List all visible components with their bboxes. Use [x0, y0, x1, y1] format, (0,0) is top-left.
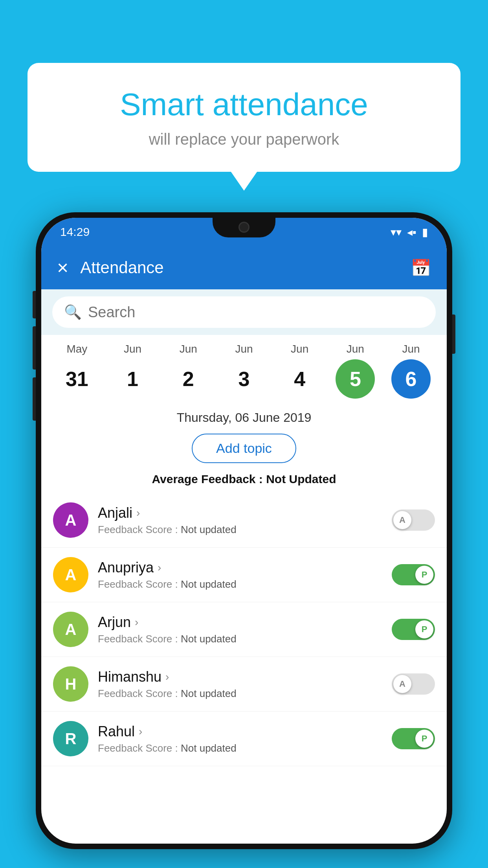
toggle-knob: P: [415, 730, 433, 748]
calendar-month-label: Jun: [124, 343, 141, 355]
calendar-month-label: Jun: [180, 343, 197, 355]
student-feedback: Feedback Score : Not updated: [98, 578, 385, 590]
front-camera: [238, 222, 250, 233]
selected-date-label: Thursday, 06 June 2019: [41, 403, 447, 428]
toggle-knob: P: [415, 620, 433, 638]
student-info: Himanshu ›Feedback Score : Not updated: [98, 669, 385, 700]
calendar-month-label: Jun: [402, 343, 420, 355]
student-name: Arjun ›: [98, 614, 385, 631]
student-feedback: Feedback Score : Not updated: [98, 524, 385, 536]
attendance-toggle[interactable]: A: [392, 509, 435, 531]
chevron-right-icon: ›: [158, 561, 161, 574]
chevron-right-icon: ›: [165, 671, 169, 683]
avg-feedback-label: Average Feedback :: [152, 473, 266, 485]
status-icons: ▾▾ ◂▪ ▮: [391, 226, 428, 239]
calendar-month-label: Jun: [235, 343, 253, 355]
student-name: Himanshu ›: [98, 669, 385, 685]
student-info: Anupriya ›Feedback Score : Not updated: [98, 559, 385, 590]
calendar-month-label: Jun: [347, 343, 364, 355]
calendar-icon[interactable]: 📅: [411, 258, 431, 278]
toggle-switch[interactable]: P: [392, 564, 435, 585]
student-info: Arjun ›Feedback Score : Not updated: [98, 614, 385, 645]
signal-icon: ◂▪: [407, 226, 416, 239]
calendar-day-2[interactable]: Jun2: [163, 343, 214, 399]
calendar-day-31[interactable]: May31: [51, 343, 103, 399]
calendar-day-number: 31: [57, 359, 97, 399]
student-item[interactable]: AArjun ›Feedback Score : Not updatedP: [41, 602, 447, 657]
student-item[interactable]: RRahul ›Feedback Score : Not updatedP: [41, 712, 447, 766]
attendance-toggle[interactable]: P: [392, 728, 435, 749]
phone-outer: 14:29 ▾▾ ◂▪ ▮ × Attendance 📅 🔍: [36, 212, 452, 849]
student-info: Anjali ›Feedback Score : Not updated: [98, 505, 385, 536]
calendar-day-1[interactable]: Jun1: [107, 343, 158, 399]
student-name: Anjali ›: [98, 505, 385, 521]
student-avatar: H: [53, 666, 88, 702]
chevron-right-icon: ›: [139, 725, 142, 738]
wifi-icon: ▾▾: [391, 226, 402, 239]
toggle-knob: P: [415, 566, 433, 584]
speech-bubble-title: Smart attendance: [59, 86, 429, 123]
student-avatar: A: [53, 612, 88, 647]
search-container: 🔍: [41, 289, 447, 335]
student-list: AAnjali ›Feedback Score : Not updatedAAA…: [41, 493, 447, 766]
avg-feedback-value: Not Updated: [266, 473, 336, 485]
toggle-switch[interactable]: A: [392, 509, 435, 531]
volume-up-button: [33, 291, 36, 318]
search-input[interactable]: [88, 304, 424, 321]
chevron-right-icon: ›: [135, 616, 138, 629]
student-avatar: R: [53, 721, 88, 756]
app-bar: × Attendance 📅: [41, 246, 447, 289]
calendar-day-6[interactable]: Jun6: [385, 343, 437, 399]
calendar-day-5[interactable]: Jun5: [330, 343, 381, 399]
student-avatar: A: [53, 502, 88, 538]
phone-screen: 14:29 ▾▾ ◂▪ ▮ × Attendance 📅 🔍: [41, 218, 447, 844]
calendar-month-label: Jun: [291, 343, 308, 355]
power-button: [452, 314, 455, 354]
add-topic-button[interactable]: Add topic: [192, 434, 296, 463]
silent-button: [33, 377, 36, 421]
attendance-toggle[interactable]: P: [392, 619, 435, 640]
student-item[interactable]: AAnjali ›Feedback Score : Not updatedA: [41, 493, 447, 548]
phone-mockup: 14:29 ▾▾ ◂▪ ▮ × Attendance 📅 🔍: [36, 212, 452, 849]
speech-bubble-container: Smart attendance will replace your paper…: [28, 63, 460, 172]
calendar-day-number: 2: [169, 359, 208, 399]
calendar-day-number: 3: [224, 359, 264, 399]
search-icon: 🔍: [64, 304, 82, 320]
app-title: Attendance: [80, 258, 411, 277]
calendar-day-4[interactable]: Jun4: [274, 343, 325, 399]
volume-down-button: [33, 326, 36, 370]
student-item[interactable]: AAnupriya ›Feedback Score : Not updatedP: [41, 548, 447, 602]
student-feedback: Feedback Score : Not updated: [98, 688, 385, 700]
toggle-switch[interactable]: A: [392, 673, 435, 695]
speech-bubble: Smart attendance will replace your paper…: [28, 63, 460, 172]
student-avatar: A: [53, 557, 88, 592]
student-name: Anupriya ›: [98, 559, 385, 576]
attendance-toggle[interactable]: P: [392, 564, 435, 585]
phone-notch: [213, 218, 275, 237]
calendar-day-number: 6: [391, 359, 431, 399]
calendar-day-3[interactable]: Jun3: [218, 343, 270, 399]
battery-icon: ▮: [422, 226, 428, 239]
speech-bubble-subtitle: will replace your paperwork: [59, 131, 429, 148]
student-item[interactable]: HHimanshu ›Feedback Score : Not updatedA: [41, 657, 447, 712]
student-feedback: Feedback Score : Not updated: [98, 633, 385, 645]
student-feedback: Feedback Score : Not updated: [98, 742, 385, 754]
student-name: Rahul ›: [98, 723, 385, 740]
attendance-toggle[interactable]: A: [392, 673, 435, 695]
calendar-day-number: 1: [113, 359, 152, 399]
search-bar[interactable]: 🔍: [52, 296, 436, 328]
calendar-month-label: May: [66, 343, 87, 355]
chevron-right-icon: ›: [136, 507, 140, 519]
toggle-knob: A: [393, 511, 411, 529]
calendar-day-number: 4: [280, 359, 319, 399]
calendar-strip: May31Jun1Jun2Jun3Jun4Jun5Jun6: [41, 335, 447, 403]
toggle-switch[interactable]: P: [392, 728, 435, 749]
status-time: 14:29: [60, 225, 90, 239]
student-info: Rahul ›Feedback Score : Not updated: [98, 723, 385, 754]
average-feedback: Average Feedback : Not Updated: [41, 469, 447, 493]
close-button[interactable]: ×: [57, 256, 68, 279]
toggle-switch[interactable]: P: [392, 619, 435, 640]
calendar-day-number: 5: [336, 359, 375, 399]
toggle-knob: A: [393, 675, 411, 693]
add-topic-container: Add topic: [41, 428, 447, 469]
